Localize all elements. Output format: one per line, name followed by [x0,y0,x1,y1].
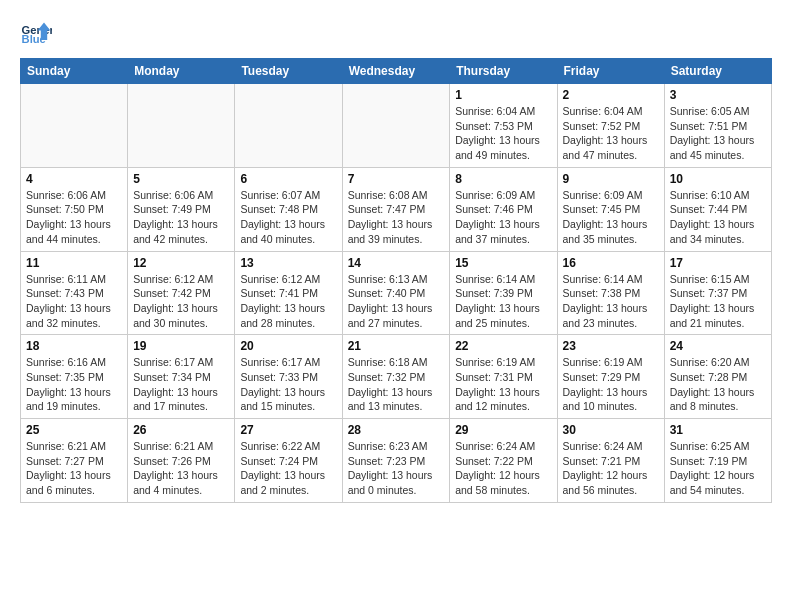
day-info: Sunrise: 6:08 AM Sunset: 7:47 PM Dayligh… [348,188,445,247]
day-info: Sunrise: 6:09 AM Sunset: 7:45 PM Dayligh… [563,188,659,247]
day-number: 12 [133,256,229,270]
calendar-cell: 12Sunrise: 6:12 AM Sunset: 7:42 PM Dayli… [128,251,235,335]
day-number: 20 [240,339,336,353]
day-number: 17 [670,256,766,270]
calendar-cell [128,84,235,168]
calendar-cell: 29Sunrise: 6:24 AM Sunset: 7:22 PM Dayli… [450,419,557,503]
day-number: 14 [348,256,445,270]
calendar-cell: 3Sunrise: 6:05 AM Sunset: 7:51 PM Daylig… [664,84,771,168]
day-info: Sunrise: 6:18 AM Sunset: 7:32 PM Dayligh… [348,355,445,414]
calendar-cell: 14Sunrise: 6:13 AM Sunset: 7:40 PM Dayli… [342,251,450,335]
week-row-2: 4Sunrise: 6:06 AM Sunset: 7:50 PM Daylig… [21,167,772,251]
day-info: Sunrise: 6:06 AM Sunset: 7:50 PM Dayligh… [26,188,122,247]
day-number: 28 [348,423,445,437]
day-info: Sunrise: 6:11 AM Sunset: 7:43 PM Dayligh… [26,272,122,331]
day-number: 18 [26,339,122,353]
calendar-cell: 26Sunrise: 6:21 AM Sunset: 7:26 PM Dayli… [128,419,235,503]
calendar-cell [235,84,342,168]
day-number: 30 [563,423,659,437]
calendar-cell: 16Sunrise: 6:14 AM Sunset: 7:38 PM Dayli… [557,251,664,335]
day-info: Sunrise: 6:24 AM Sunset: 7:21 PM Dayligh… [563,439,659,498]
weekday-header-thursday: Thursday [450,59,557,84]
calendar-cell: 4Sunrise: 6:06 AM Sunset: 7:50 PM Daylig… [21,167,128,251]
calendar-cell: 25Sunrise: 6:21 AM Sunset: 7:27 PM Dayli… [21,419,128,503]
calendar-cell: 7Sunrise: 6:08 AM Sunset: 7:47 PM Daylig… [342,167,450,251]
calendar-cell: 2Sunrise: 6:04 AM Sunset: 7:52 PM Daylig… [557,84,664,168]
day-info: Sunrise: 6:07 AM Sunset: 7:48 PM Dayligh… [240,188,336,247]
weekday-header-tuesday: Tuesday [235,59,342,84]
day-number: 7 [348,172,445,186]
day-info: Sunrise: 6:21 AM Sunset: 7:27 PM Dayligh… [26,439,122,498]
day-number: 23 [563,339,659,353]
day-number: 25 [26,423,122,437]
day-info: Sunrise: 6:13 AM Sunset: 7:40 PM Dayligh… [348,272,445,331]
week-row-3: 11Sunrise: 6:11 AM Sunset: 7:43 PM Dayli… [21,251,772,335]
logo: General Blue [20,16,52,48]
day-number: 15 [455,256,551,270]
day-info: Sunrise: 6:04 AM Sunset: 7:53 PM Dayligh… [455,104,551,163]
day-info: Sunrise: 6:16 AM Sunset: 7:35 PM Dayligh… [26,355,122,414]
weekday-header-row: SundayMondayTuesdayWednesdayThursdayFrid… [21,59,772,84]
day-info: Sunrise: 6:15 AM Sunset: 7:37 PM Dayligh… [670,272,766,331]
calendar-cell: 11Sunrise: 6:11 AM Sunset: 7:43 PM Dayli… [21,251,128,335]
calendar-cell: 28Sunrise: 6:23 AM Sunset: 7:23 PM Dayli… [342,419,450,503]
day-info: Sunrise: 6:10 AM Sunset: 7:44 PM Dayligh… [670,188,766,247]
calendar-cell: 6Sunrise: 6:07 AM Sunset: 7:48 PM Daylig… [235,167,342,251]
day-info: Sunrise: 6:14 AM Sunset: 7:39 PM Dayligh… [455,272,551,331]
calendar-cell: 9Sunrise: 6:09 AM Sunset: 7:45 PM Daylig… [557,167,664,251]
day-number: 10 [670,172,766,186]
calendar-cell: 24Sunrise: 6:20 AM Sunset: 7:28 PM Dayli… [664,335,771,419]
day-info: Sunrise: 6:12 AM Sunset: 7:42 PM Dayligh… [133,272,229,331]
day-info: Sunrise: 6:20 AM Sunset: 7:28 PM Dayligh… [670,355,766,414]
day-info: Sunrise: 6:25 AM Sunset: 7:19 PM Dayligh… [670,439,766,498]
day-info: Sunrise: 6:17 AM Sunset: 7:34 PM Dayligh… [133,355,229,414]
calendar-cell: 30Sunrise: 6:24 AM Sunset: 7:21 PM Dayli… [557,419,664,503]
day-number: 1 [455,88,551,102]
day-number: 5 [133,172,229,186]
day-number: 13 [240,256,336,270]
calendar-cell [342,84,450,168]
calendar-cell: 31Sunrise: 6:25 AM Sunset: 7:19 PM Dayli… [664,419,771,503]
day-info: Sunrise: 6:19 AM Sunset: 7:31 PM Dayligh… [455,355,551,414]
day-info: Sunrise: 6:21 AM Sunset: 7:26 PM Dayligh… [133,439,229,498]
day-info: Sunrise: 6:22 AM Sunset: 7:24 PM Dayligh… [240,439,336,498]
calendar-cell: 17Sunrise: 6:15 AM Sunset: 7:37 PM Dayli… [664,251,771,335]
day-number: 19 [133,339,229,353]
calendar-cell: 13Sunrise: 6:12 AM Sunset: 7:41 PM Dayli… [235,251,342,335]
week-row-4: 18Sunrise: 6:16 AM Sunset: 7:35 PM Dayli… [21,335,772,419]
day-number: 9 [563,172,659,186]
weekday-header-monday: Monday [128,59,235,84]
calendar-cell: 19Sunrise: 6:17 AM Sunset: 7:34 PM Dayli… [128,335,235,419]
day-info: Sunrise: 6:14 AM Sunset: 7:38 PM Dayligh… [563,272,659,331]
day-number: 24 [670,339,766,353]
calendar-cell: 15Sunrise: 6:14 AM Sunset: 7:39 PM Dayli… [450,251,557,335]
day-number: 29 [455,423,551,437]
calendar-cell [21,84,128,168]
day-info: Sunrise: 6:04 AM Sunset: 7:52 PM Dayligh… [563,104,659,163]
calendar-cell: 22Sunrise: 6:19 AM Sunset: 7:31 PM Dayli… [450,335,557,419]
week-row-1: 1Sunrise: 6:04 AM Sunset: 7:53 PM Daylig… [21,84,772,168]
day-info: Sunrise: 6:23 AM Sunset: 7:23 PM Dayligh… [348,439,445,498]
day-number: 26 [133,423,229,437]
day-number: 16 [563,256,659,270]
page-header: General Blue [20,16,772,48]
weekday-header-friday: Friday [557,59,664,84]
day-number: 8 [455,172,551,186]
day-info: Sunrise: 6:19 AM Sunset: 7:29 PM Dayligh… [563,355,659,414]
calendar-cell: 1Sunrise: 6:04 AM Sunset: 7:53 PM Daylig… [450,84,557,168]
day-number: 6 [240,172,336,186]
logo-icon: General Blue [20,16,52,48]
day-number: 4 [26,172,122,186]
weekday-header-saturday: Saturday [664,59,771,84]
calendar-cell: 20Sunrise: 6:17 AM Sunset: 7:33 PM Dayli… [235,335,342,419]
week-row-5: 25Sunrise: 6:21 AM Sunset: 7:27 PM Dayli… [21,419,772,503]
day-number: 22 [455,339,551,353]
day-number: 21 [348,339,445,353]
calendar-cell: 18Sunrise: 6:16 AM Sunset: 7:35 PM Dayli… [21,335,128,419]
day-info: Sunrise: 6:05 AM Sunset: 7:51 PM Dayligh… [670,104,766,163]
day-info: Sunrise: 6:12 AM Sunset: 7:41 PM Dayligh… [240,272,336,331]
weekday-header-sunday: Sunday [21,59,128,84]
day-info: Sunrise: 6:24 AM Sunset: 7:22 PM Dayligh… [455,439,551,498]
weekday-header-wednesday: Wednesday [342,59,450,84]
day-number: 31 [670,423,766,437]
